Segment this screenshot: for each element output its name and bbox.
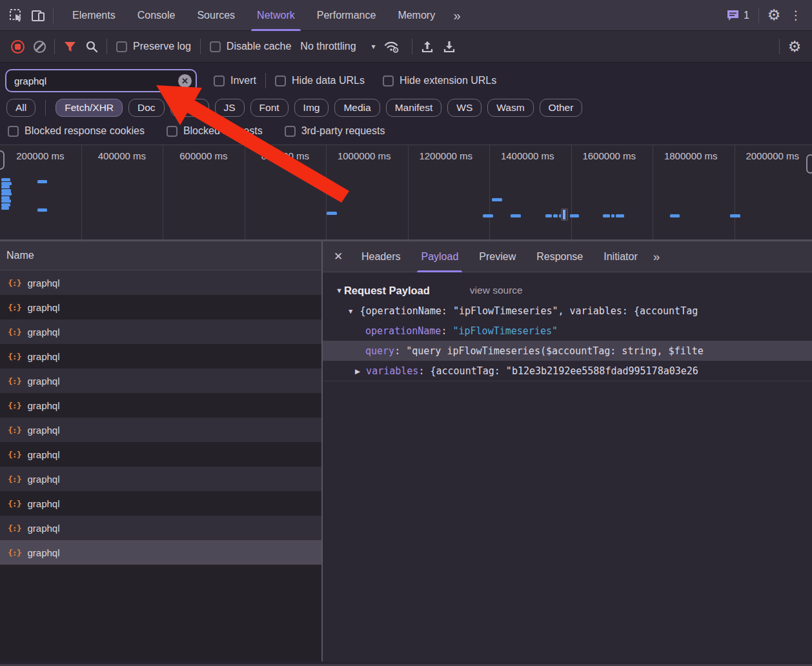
- chip-img[interactable]: Img: [294, 99, 329, 117]
- export-har-icon[interactable]: [438, 35, 460, 57]
- timeline-tick-label: 600000 ms: [179, 150, 227, 161]
- disable-cache-checkbox[interactable]: Disable cache: [210, 41, 292, 52]
- record-network-log-button[interactable]: [6, 35, 28, 57]
- more-detail-tabs-icon[interactable]: »: [648, 250, 665, 264]
- section-collapse-icon[interactable]: ▼: [336, 287, 343, 294]
- chip-font[interactable]: Font: [250, 99, 289, 117]
- kebab-menu-icon[interactable]: ⋮: [785, 5, 807, 26]
- fetch-xhr-icon: {:}: [8, 327, 21, 337]
- tab-console[interactable]: Console: [127, 0, 187, 31]
- chip-other[interactable]: Other: [540, 99, 583, 117]
- checkbox[interactable]: [116, 41, 127, 52]
- checkbox[interactable]: [210, 41, 221, 52]
- request-time-marker: [670, 214, 680, 217]
- payload-line[interactable]: operationName: "ipFlowTimeseries": [323, 321, 812, 341]
- device-toolbar-icon[interactable]: [27, 5, 49, 26]
- search-icon[interactable]: [81, 35, 103, 57]
- table-row[interactable]: {:}graphql: [0, 368, 321, 393]
- payload-line[interactable]: query: "query ipFlowTimeseries($accountT…: [323, 341, 812, 361]
- tab-network[interactable]: Network: [246, 0, 306, 31]
- table-row[interactable]: {:}graphql: [0, 491, 321, 516]
- table-row[interactable]: {:}graphql: [0, 442, 321, 467]
- table-row[interactable]: {:}graphql: [0, 319, 321, 344]
- 3rd-party-requests-checkbox[interactable]: 3rd-party requests: [285, 125, 385, 137]
- tab-sources[interactable]: Sources: [186, 0, 246, 31]
- details-tab-strip: ✕ HeadersPayloadPreviewResponseInitiator…: [323, 241, 812, 272]
- hide-data-urls-checkbox[interactable]: Hide data URLs: [275, 75, 365, 86]
- chip-doc[interactable]: Doc: [128, 99, 165, 117]
- requests-table-panel: Name {:}graphql{:}graphql{:}graphql{:}gr…: [0, 241, 323, 661]
- issues-counter[interactable]: 1: [721, 9, 755, 22]
- checkbox-label: Blocked response cookies: [25, 125, 145, 137]
- tab-headers[interactable]: Headers: [351, 241, 411, 272]
- inspect-element-icon[interactable]: [5, 5, 27, 26]
- overview-right-handle[interactable]: [806, 154, 812, 174]
- checkbox[interactable]: [285, 126, 296, 137]
- caret-right-icon[interactable]: ▶: [355, 367, 360, 375]
- import-har-icon[interactable]: [416, 35, 438, 57]
- table-row[interactable]: {:}graphql: [0, 295, 321, 319]
- overview-left-handle[interactable]: [0, 150, 5, 170]
- name-column-header[interactable]: Name: [0, 241, 321, 270]
- chip-ws[interactable]: WS: [447, 99, 482, 117]
- chip-fetchxhr[interactable]: Fetch/XHR: [56, 99, 123, 117]
- timeline-column: 2000000 ms: [735, 145, 812, 239]
- preserve-log-checkbox[interactable]: Preserve log: [116, 41, 191, 52]
- chip-css[interactable]: CSS: [170, 99, 209, 117]
- chip-wasm[interactable]: Wasm: [487, 99, 533, 117]
- table-row[interactable]: {:}graphql: [0, 516, 321, 540]
- timeline-column: 1400000 ms: [490, 145, 572, 239]
- checkbox[interactable]: [214, 76, 225, 86]
- network-overview-timeline[interactable]: 200000 ms400000 ms600000 ms800000 ms1000…: [0, 145, 812, 241]
- more-tabs-icon[interactable]: »: [446, 5, 468, 26]
- network-settings-gear-icon[interactable]: ⚙: [784, 35, 806, 57]
- clear-network-log-button[interactable]: [28, 35, 50, 57]
- throttling-dropdown[interactable]: No throttling ▾: [300, 41, 375, 52]
- invert-checkbox[interactable]: Invert: [214, 75, 256, 86]
- table-row[interactable]: {:}graphql: [0, 270, 321, 295]
- request-time-marker: [37, 208, 47, 212]
- blocked-response-cookies-checkbox[interactable]: Blocked response cookies: [8, 125, 145, 137]
- tab-preview[interactable]: Preview: [469, 241, 526, 272]
- tab-elements[interactable]: Elements: [61, 0, 127, 31]
- filter-funnel-icon[interactable]: [59, 35, 81, 57]
- tab-performance[interactable]: Performance: [306, 0, 387, 31]
- table-row[interactable]: {:}graphql: [0, 467, 321, 491]
- tab-initiator[interactable]: Initiator: [593, 241, 647, 272]
- fetch-xhr-icon: {:}: [8, 401, 21, 410]
- network-filter-input[interactable]: [6, 76, 196, 86]
- tab-response[interactable]: Response: [526, 241, 593, 272]
- checkbox[interactable]: [8, 126, 19, 137]
- chip-media[interactable]: Media: [334, 99, 380, 117]
- table-row[interactable]: {:}graphql: [0, 540, 321, 565]
- checkbox[interactable]: [275, 76, 286, 86]
- checkbox[interactable]: [383, 76, 394, 86]
- network-conditions-icon[interactable]: [381, 35, 403, 57]
- chip-js[interactable]: JS: [215, 99, 245, 117]
- payload-text: {operationName: "ipFlowTimeseries", vari…: [354, 305, 698, 317]
- chip-all[interactable]: All: [6, 99, 36, 117]
- request-name: graphql: [27, 474, 59, 485]
- hide-extension-urls-checkbox[interactable]: Hide extension URLs: [383, 75, 496, 86]
- table-row[interactable]: {:}graphql: [0, 393, 321, 418]
- caret-down-icon[interactable]: ▼: [347, 307, 354, 315]
- blocked-requests-checkbox[interactable]: Blocked requests: [167, 125, 263, 137]
- timeline-column: 800000 ms: [245, 145, 327, 239]
- settings-gear-icon[interactable]: ⚙: [763, 5, 785, 26]
- divider: [265, 73, 266, 88]
- tab-memory[interactable]: Memory: [387, 0, 446, 31]
- request-name: graphql: [27, 278, 59, 288]
- table-row[interactable]: {:}graphql: [0, 418, 321, 442]
- clear-filter-icon[interactable]: ✕: [178, 74, 192, 88]
- tab-payload[interactable]: Payload: [411, 241, 469, 272]
- checkbox[interactable]: [167, 126, 178, 137]
- payload-line[interactable]: ▶ variables: {accountTag: "b12e3b2192ee5…: [323, 361, 812, 381]
- view-source-link[interactable]: view source: [470, 285, 523, 296]
- selected-request-marker: [561, 208, 568, 221]
- network-filter-input-box[interactable]: ✕: [5, 69, 197, 92]
- table-row[interactable]: {:}graphql: [0, 344, 321, 368]
- close-details-icon[interactable]: ✕: [325, 250, 351, 263]
- chip-manifest[interactable]: Manifest: [386, 99, 442, 117]
- payload-line[interactable]: ▼ {operationName: "ipFlowTimeseries", va…: [323, 301, 812, 321]
- message-bubble-icon: [726, 9, 740, 22]
